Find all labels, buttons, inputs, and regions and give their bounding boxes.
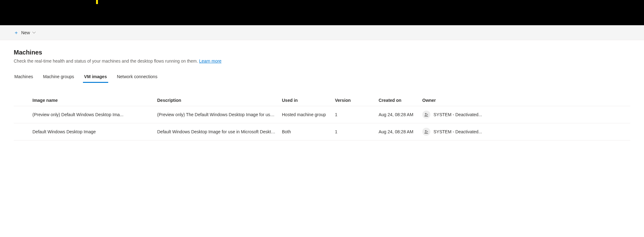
svg-point-3 [427,131,428,132]
new-button[interactable]: ＋ New [12,28,37,37]
svg-point-1 [427,114,428,115]
tabs-container: Machines Machine groups VM images Networ… [14,71,630,82]
col-header-created-on[interactable]: Created on [379,98,422,103]
cell-owner-text: SYSTEM - Deactivated... [433,129,482,134]
cell-used-in: Both [282,129,335,134]
cell-owner: SYSTEM - Deactivated... [422,128,630,136]
tab-machines[interactable]: Machines [14,71,34,82]
owner-avatar-icon [422,111,430,119]
col-header-image-name[interactable]: Image name [32,98,157,103]
cell-owner-text: SYSTEM - Deactivated... [433,112,482,117]
cell-created-on: Aug 24, 08:28 AM [379,129,422,134]
vm-images-table: Image name Description Used in Version C… [14,95,630,140]
col-header-select [14,98,32,103]
top-header-bar [0,0,644,25]
table-row[interactable]: (Preview only) Default Windows Desktop I… [14,106,630,123]
col-header-owner[interactable]: Owner [422,98,630,103]
table-header-row: Image name Description Used in Version C… [14,95,630,106]
tab-vm-images[interactable]: VM images [84,71,108,82]
cell-image-name[interactable]: Default Windows Desktop Image [32,129,157,134]
cell-description: Default Windows Desktop Image for use in… [157,129,282,134]
page-title: Machines [14,49,630,56]
cell-used-in: Hosted machine group [282,112,335,117]
tab-machine-groups[interactable]: Machine groups [42,71,75,82]
command-bar: ＋ New [0,25,644,40]
new-button-label: New [21,30,30,35]
cell-image-name[interactable]: (Preview only) Default Windows Desktop I… [32,112,157,117]
svg-point-2 [425,130,427,132]
plus-icon: ＋ [14,30,19,35]
cell-created-on: Aug 24, 08:28 AM [379,112,422,117]
yellow-marker [96,0,98,4]
col-header-used-in[interactable]: Used in [282,98,335,103]
cell-version: 1 [335,129,379,134]
page-subtitle-text: Check the real-time health and status of… [14,59,199,64]
svg-point-0 [425,113,427,115]
table-row[interactable]: Default Windows Desktop Image Default Wi… [14,123,630,140]
tab-network-connections[interactable]: Network connections [116,71,158,82]
cell-description: (Preview only) The Default Windows Deskt… [157,112,282,117]
page-subtitle: Check the real-time health and status of… [14,59,630,64]
col-header-version[interactable]: Version [335,98,379,103]
col-header-description[interactable]: Description [157,98,282,103]
chevron-down-icon [32,31,36,34]
content-area: Machines Check the real-time health and … [0,40,644,149]
cell-owner: SYSTEM - Deactivated... [422,111,630,119]
learn-more-link[interactable]: Learn more [199,59,222,64]
cell-version: 1 [335,112,379,117]
owner-avatar-icon [422,128,430,136]
